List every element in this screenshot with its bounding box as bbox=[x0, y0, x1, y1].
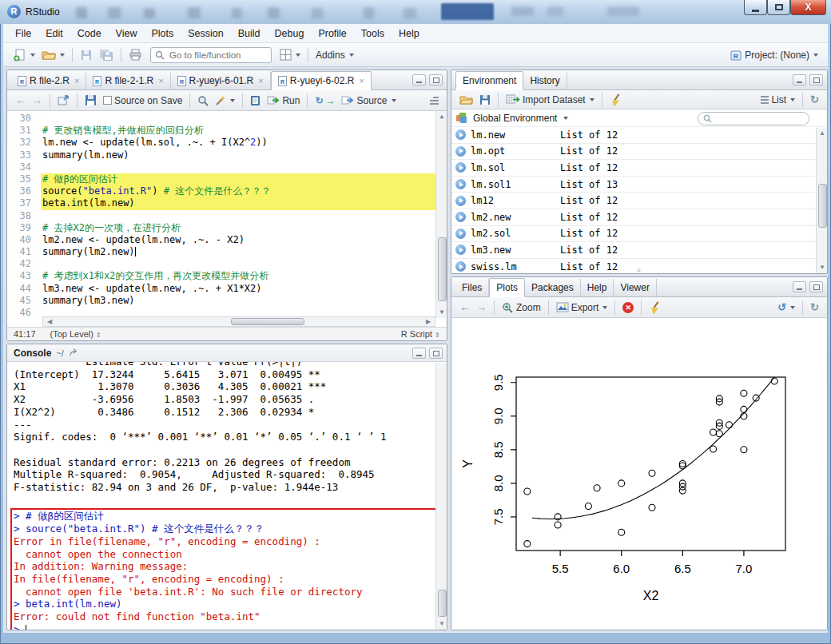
scroll-left-arrow[interactable]: ◀ bbox=[45, 317, 54, 327]
environment-item[interactable]: lm.solList of 12 bbox=[451, 160, 827, 177]
refresh-plot-button[interactable]: ↻ bbox=[807, 300, 822, 315]
menu-item-session[interactable]: Session bbox=[181, 26, 230, 42]
compile-report-button[interactable] bbox=[247, 93, 264, 108]
menu-item-tools[interactable]: Tools bbox=[354, 26, 392, 42]
menu-item-file[interactable]: File bbox=[8, 26, 38, 42]
save-file-button[interactable] bbox=[82, 93, 100, 108]
editor-vertical-scrollbar[interactable]: ▲ ▼ bbox=[435, 111, 447, 318]
scope-dropdown-icon[interactable] bbox=[563, 117, 568, 120]
tab-close-icon[interactable]: × bbox=[258, 76, 263, 85]
menu-item-plots[interactable]: Plots bbox=[144, 26, 181, 42]
menu-item-code[interactable]: Code bbox=[70, 26, 109, 42]
console-output[interactable]: Estimate Std. Error t value Pr(>|t|)(Int… bbox=[7, 362, 447, 630]
load-workspace-button[interactable] bbox=[456, 93, 476, 107]
menu-item-debug[interactable]: Debug bbox=[268, 26, 312, 42]
expand-object-icon[interactable] bbox=[455, 196, 466, 206]
code-editor[interactable]: 3031# 更改销售模型,并做相应的回归分析32lm.new <- update… bbox=[7, 111, 447, 318]
refresh-environment-button[interactable]: ↻ bbox=[807, 92, 822, 107]
pane-splitter-grip[interactable]: ≡ bbox=[637, 267, 642, 274]
next-plot-button[interactable]: → bbox=[473, 300, 490, 315]
clear-environment-button[interactable] bbox=[606, 92, 625, 107]
open-directory-icon[interactable] bbox=[69, 348, 79, 357]
checkbox-icon[interactable] bbox=[103, 96, 112, 105]
window-maximize-button[interactable] bbox=[767, 0, 790, 15]
find-replace-button[interactable] bbox=[194, 93, 212, 108]
new-file-button[interactable] bbox=[10, 47, 38, 63]
scroll-up-arrow[interactable]: ▲ bbox=[437, 112, 447, 121]
tab-close-icon[interactable]: × bbox=[158, 76, 163, 85]
editor-horizontal-scrollbar[interactable]: ◀ ▶ bbox=[42, 316, 435, 327]
previous-plot-button[interactable]: ← bbox=[456, 300, 473, 315]
pane-maximize-button[interactable] bbox=[809, 74, 823, 85]
open-file-button[interactable] bbox=[38, 47, 68, 62]
export-plot-button[interactable]: Export bbox=[553, 300, 611, 315]
tab-environment[interactable]: Environment bbox=[455, 71, 523, 90]
nav-forward-button[interactable]: → bbox=[29, 93, 46, 108]
console-working-directory[interactable]: ~/ bbox=[56, 348, 63, 358]
environment-vertical-scrollbar[interactable]: ▲ ▼ bbox=[816, 128, 827, 273]
tab-close-icon[interactable]: × bbox=[74, 76, 79, 85]
tab-viewer[interactable]: Viewer bbox=[614, 279, 656, 296]
zoom-plot-button[interactable]: Zoom bbox=[499, 300, 544, 315]
menu-item-profile[interactable]: Profile bbox=[311, 26, 353, 42]
environment-item[interactable]: lm2.solList of 12 bbox=[451, 226, 827, 243]
expand-object-icon[interactable] bbox=[455, 244, 466, 255]
clear-all-plots-button[interactable] bbox=[646, 300, 664, 315]
scope-selector[interactable]: (Top Level) ⇕ bbox=[50, 329, 101, 339]
import-dataset-button[interactable]: Import Dataset bbox=[503, 93, 598, 107]
workspace-panes-button[interactable] bbox=[276, 47, 304, 62]
addins-button[interactable]: Addins bbox=[312, 48, 357, 62]
nav-back-button[interactable]: ← bbox=[12, 93, 29, 108]
publish-plot-button[interactable]: ↺ bbox=[774, 300, 798, 315]
open-in-new-window-button[interactable] bbox=[54, 93, 73, 108]
scroll-right-arrow[interactable]: ▶ bbox=[423, 317, 433, 327]
pane-minimize-button[interactable] bbox=[412, 348, 426, 359]
tab-files[interactable]: Files bbox=[455, 279, 489, 296]
environment-item[interactable]: lm.optList of 12 bbox=[451, 144, 827, 161]
environment-search-input[interactable] bbox=[715, 113, 795, 125]
scroll-down-arrow[interactable]: ▼ bbox=[817, 263, 827, 272]
scrollbar-thumb[interactable] bbox=[231, 318, 304, 325]
environment-item[interactable]: lm12List of 12 bbox=[451, 193, 827, 209]
expand-object-icon[interactable] bbox=[455, 146, 466, 157]
tab-r-file-2-r[interactable]: RR file-2.R× bbox=[11, 72, 86, 89]
open-file-dropdown-icon[interactable] bbox=[60, 54, 65, 57]
scrollbar-thumb[interactable] bbox=[438, 237, 447, 301]
pane-minimize-button[interactable] bbox=[793, 281, 806, 292]
expand-object-icon[interactable] bbox=[455, 162, 466, 173]
tab-close-icon[interactable]: × bbox=[359, 76, 364, 85]
environment-item[interactable]: lm2.newList of 12 bbox=[451, 209, 827, 226]
tab-help[interactable]: Help bbox=[581, 279, 614, 296]
new-file-dropdown-icon[interactable] bbox=[30, 54, 35, 57]
scroll-up-arrow[interactable]: ▲ bbox=[817, 129, 827, 138]
tab-r-file-2-1-r[interactable]: RR file-2-1.R× bbox=[86, 72, 170, 89]
environment-view-selector[interactable]: List bbox=[757, 93, 798, 107]
environment-item[interactable]: lm.newList of 12 bbox=[451, 127, 827, 144]
pane-minimize-button[interactable] bbox=[793, 74, 806, 85]
tab-plots[interactable]: Plots bbox=[489, 278, 525, 297]
pane-maximize-button[interactable] bbox=[809, 281, 823, 292]
environment-scope-selector[interactable]: Global Environment bbox=[473, 113, 557, 124]
expand-object-icon[interactable] bbox=[455, 212, 466, 222]
file-type-selector[interactable]: R Script ⇕ bbox=[401, 329, 440, 339]
menu-item-edit[interactable]: Edit bbox=[38, 26, 70, 42]
pane-maximize-button[interactable] bbox=[429, 74, 443, 85]
run-button[interactable]: Run bbox=[264, 93, 303, 108]
tab-history[interactable]: History bbox=[523, 72, 567, 89]
scroll-down-arrow[interactable]: ▼ bbox=[437, 308, 447, 317]
remove-plot-button[interactable]: ✕ bbox=[619, 300, 637, 315]
tab-r-yueyi-6-02-r[interactable]: RR-yueyi-6-02.R× bbox=[271, 71, 372, 90]
menu-item-build[interactable]: Build bbox=[231, 26, 268, 42]
title-bar[interactable]: R RStudio X bbox=[0, 0, 831, 24]
scrollbar-thumb[interactable] bbox=[438, 590, 447, 617]
document-outline-button[interactable] bbox=[427, 93, 442, 108]
scrollbar-thumb[interactable] bbox=[818, 184, 827, 228]
print-button[interactable] bbox=[125, 47, 145, 62]
expand-object-icon[interactable] bbox=[455, 129, 466, 140]
expand-object-icon[interactable] bbox=[455, 261, 466, 272]
save-button[interactable] bbox=[77, 47, 96, 63]
goto-file-input[interactable] bbox=[168, 50, 264, 61]
pane-maximize-button[interactable] bbox=[429, 348, 443, 359]
tab-r-yueyi-6-01-r[interactable]: RR-yueyi-6-01.R× bbox=[171, 72, 271, 89]
environment-item[interactable]: lm3.newList of 12 bbox=[451, 242, 827, 259]
